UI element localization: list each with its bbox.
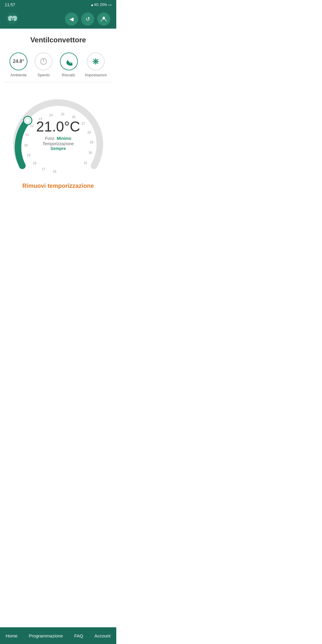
ambiente-temp: 24.8° — [13, 59, 24, 64]
riscald-circle — [60, 52, 78, 70]
svg-text:19: 19 — [27, 153, 30, 157]
svg-text:30: 30 — [89, 151, 92, 154]
refresh-button[interactable]: ↺ — [81, 13, 94, 26]
profile-icon — [100, 16, 107, 22]
riscald-item[interactable]: Riscald. — [60, 52, 78, 77]
page-title: Ventilconvettore — [0, 36, 116, 44]
status-icons: ▲4G 25% ▭ — [90, 3, 112, 7]
thermostat-dial[interactable]: 16 17 18 19 20 21 22 23 24 25 26 27 28 — [10, 88, 106, 178]
remove-temporizzazione-button[interactable]: Rimuovi temporizzazione — [22, 178, 94, 194]
svg-text:25: 25 — [61, 112, 64, 116]
spento-item[interactable]: Spento — [35, 52, 52, 77]
top-bar: ◀ ↺ — [0, 10, 116, 29]
svg-point-12 — [25, 118, 30, 123]
thermostat-center: 21.0°C Funz. Minimo Temporizzazione Semp… — [34, 118, 82, 151]
temporizzazione-row: Temporizzazione Sempre — [34, 141, 82, 151]
top-actions: ◀ ↺ — [65, 13, 110, 26]
impostazioni-label: Impostazioni — [85, 73, 107, 77]
svg-text:20: 20 — [24, 143, 28, 147]
svg-text:22: 22 — [30, 124, 34, 128]
funz-row: Funz. Minimo — [34, 136, 82, 141]
spento-circle — [35, 52, 52, 70]
funz-value: Minimo — [57, 136, 71, 141]
battery-icon: ▭ — [108, 3, 112, 7]
flame-icon — [65, 57, 73, 66]
riscald-label: Riscald. — [62, 73, 76, 77]
app-logo — [6, 12, 19, 26]
impostazioni-item[interactable]: Impostazioni — [85, 52, 107, 77]
power-icon — [39, 57, 48, 66]
impostazioni-circle — [87, 52, 105, 70]
svg-text:17: 17 — [42, 167, 45, 171]
profile-button[interactable] — [97, 13, 110, 26]
signal-icon: ▲4G — [90, 3, 99, 7]
refresh-icon: ↺ — [86, 16, 90, 22]
svg-text:31: 31 — [84, 161, 87, 165]
ambiente-item[interactable]: 24.8° Ambiente — [10, 52, 27, 77]
back-icon: ◀ — [69, 16, 74, 22]
svg-text:24: 24 — [49, 113, 53, 117]
status-time: 11:57 — [5, 2, 15, 7]
ambiente-circle: 24.8° — [10, 52, 27, 70]
gear-icon — [92, 57, 100, 66]
battery-level: 25% — [100, 3, 107, 7]
temporiz-label: Temporizzazione — [42, 141, 74, 146]
page-title-section: Ventilconvettore — [0, 29, 116, 48]
svg-point-5 — [12, 17, 13, 20]
funz-label: Funz. — [45, 136, 55, 141]
thermostat-section: 16 17 18 19 20 21 22 23 24 25 26 27 28 — [0, 82, 116, 197]
current-temp: 21.0°C — [34, 118, 82, 135]
status-bar: 11:57 ▲4G 25% ▭ — [0, 0, 116, 10]
svg-point-6 — [103, 17, 105, 19]
ambiente-label: Ambiente — [10, 73, 27, 77]
temporiz-value: Sempre — [50, 146, 66, 151]
svg-text:29: 29 — [90, 140, 93, 144]
svg-text:18: 18 — [33, 161, 36, 165]
back-button[interactable]: ◀ — [65, 13, 78, 26]
svg-text:21: 21 — [25, 133, 29, 137]
status-row: 24.8° Ambiente Spento Riscald. — [0, 48, 116, 82]
spento-label: Spento — [38, 73, 50, 77]
svg-point-9 — [95, 60, 97, 63]
svg-text:28: 28 — [87, 131, 91, 134]
svg-text:16: 16 — [53, 170, 56, 173]
